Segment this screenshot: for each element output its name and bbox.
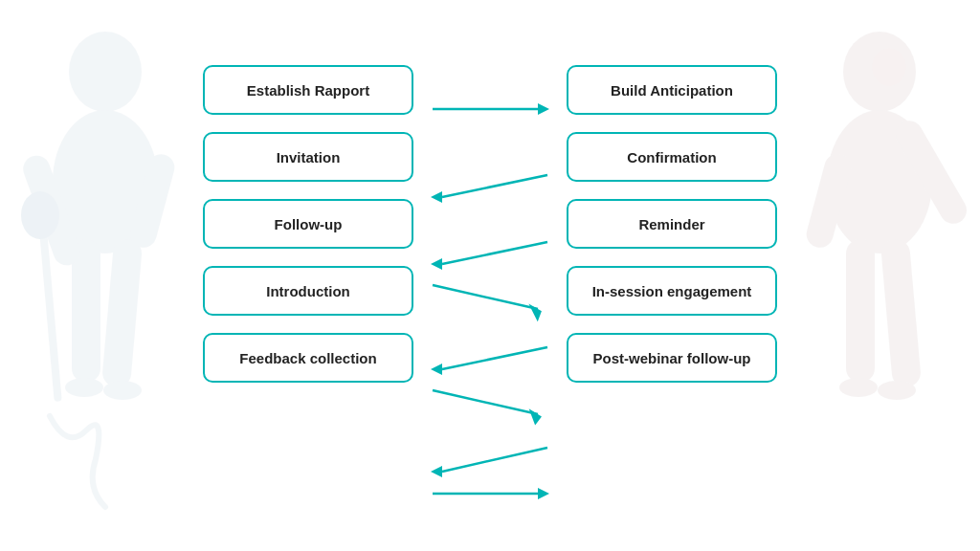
box-feedback-collection: Feedback collection (203, 333, 413, 383)
svg-marker-28 (431, 364, 442, 375)
svg-line-21 (442, 175, 547, 197)
svg-marker-26 (528, 301, 543, 322)
svg-line-23 (442, 242, 547, 264)
page-container: Establish RapportInvitationFollow-upIntr… (0, 0, 980, 551)
svg-line-29 (433, 390, 538, 414)
svg-marker-22 (431, 191, 442, 203)
svg-point-11 (872, 48, 906, 86)
svg-marker-34 (538, 488, 549, 499)
left-column: Establish RapportInvitationFollow-upIntr… (203, 65, 413, 383)
svg-marker-30 (529, 408, 543, 426)
box-follow-up: Follow-up (203, 199, 413, 249)
box-post-webinar-follow-up: Post-webinar follow-up (567, 333, 777, 383)
svg-line-31 (442, 448, 547, 472)
svg-point-8 (65, 378, 103, 397)
main-content: Establish RapportInvitationFollow-upIntr… (117, 36, 863, 515)
box-invitation: Invitation (203, 132, 413, 182)
box-reminder: Reminder (567, 199, 777, 249)
right-column: Build AnticipationConfirmationReminderIn… (567, 65, 777, 383)
arrows-area (413, 65, 567, 515)
svg-point-18 (878, 381, 916, 400)
box-confirmation: Confirmation (567, 132, 777, 182)
box-in-session-engagement: In-session engagement (567, 266, 777, 316)
svg-line-25 (433, 285, 538, 309)
svg-rect-14 (880, 238, 922, 388)
box-introduction: Introduction (203, 266, 413, 316)
svg-point-6 (21, 191, 59, 239)
svg-line-27 (442, 347, 547, 369)
svg-marker-32 (431, 466, 442, 477)
box-build-anticipation: Build Anticipation (567, 65, 777, 115)
box-establish-rapport: Establish Rapport (203, 65, 413, 115)
svg-marker-24 (431, 258, 442, 270)
arrows-svg (413, 75, 567, 515)
svg-marker-20 (538, 103, 549, 115)
